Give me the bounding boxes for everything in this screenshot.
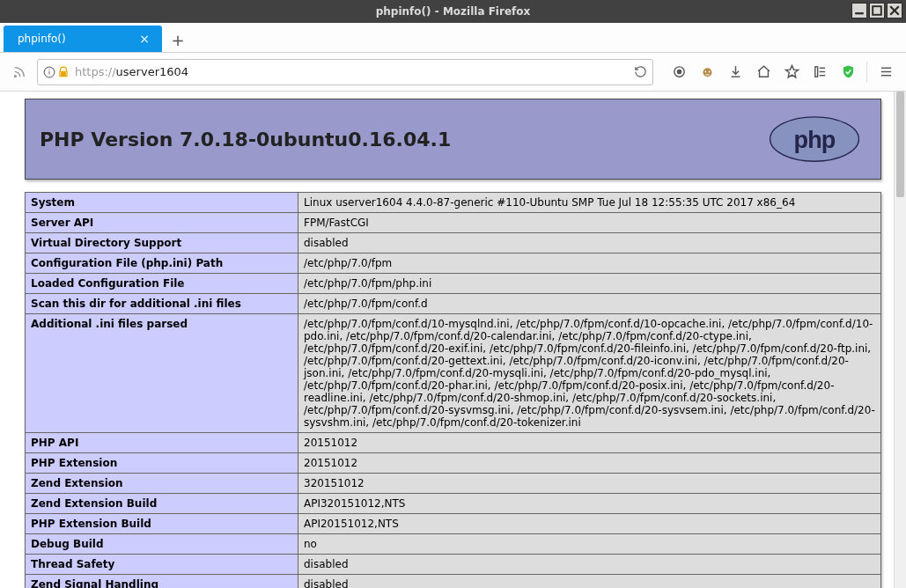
- reload-button[interactable]: [634, 65, 647, 78]
- downloads-icon[interactable]: [722, 59, 748, 85]
- svg-rect-6: [48, 70, 49, 74]
- table-row: Virtual Directory Supportdisabled: [26, 233, 881, 254]
- row-value: FPM/FastCGI: [298, 213, 881, 233]
- svg-rect-7: [48, 69, 49, 70]
- row-key: Zend Extension Build: [26, 494, 298, 514]
- row-key: Configuration File (php.ini) Path: [26, 254, 298, 274]
- content-viewport: PHP Version 7.0.18-0ubuntu0.16.04.1 php …: [0, 92, 906, 588]
- table-row: Debug Buildno: [26, 534, 881, 555]
- row-value: /etc/php/7.0/fpm: [298, 254, 881, 274]
- window-titlebar: phpinfo() - Mozilla Firefox: [0, 0, 906, 23]
- svg-point-4: [14, 75, 16, 77]
- row-key: PHP API: [26, 433, 298, 453]
- php-version-heading: PHP Version 7.0.18-0ubuntu0.16.04.1: [40, 129, 451, 151]
- table-row: Server APIFPM/FastCGI: [26, 213, 881, 233]
- bookmarks-list-icon[interactable]: [807, 59, 833, 85]
- row-key: Debug Build: [26, 534, 298, 555]
- row-key: PHP Extension Build: [26, 514, 298, 534]
- row-value: 20151012: [298, 453, 881, 474]
- svg-point-10: [677, 70, 681, 73]
- row-value: API320151012,NTS: [298, 494, 881, 514]
- greasemonkey-icon[interactable]: [694, 59, 720, 85]
- table-row: Loaded Configuration File/etc/php/7.0/fp…: [26, 274, 881, 294]
- hamburger-menu-icon[interactable]: [873, 59, 899, 85]
- svg-rect-8: [61, 70, 66, 75]
- home-icon[interactable]: [750, 59, 777, 85]
- svg-point-13: [708, 71, 710, 73]
- browser-tab[interactable]: phpinfo() ×: [4, 26, 162, 52]
- minimize-button[interactable]: [851, 3, 867, 18]
- ublock-shield-icon[interactable]: [835, 59, 861, 85]
- table-row: Zend Extension BuildAPI320151012,NTS: [26, 494, 881, 514]
- navigation-toolbar: https://userver1604: [0, 53, 906, 92]
- target-icon[interactable]: [666, 59, 692, 85]
- php-logo-icon: php: [766, 115, 863, 163]
- bookmark-star-icon[interactable]: [778, 59, 805, 85]
- table-row: Zend Signal Handlingdisabled: [26, 575, 881, 589]
- table-row: PHP API20151012: [26, 433, 881, 453]
- table-row: Zend Extension320151012: [26, 474, 881, 494]
- svg-rect-14: [705, 74, 709, 75]
- row-key: Thread Safety: [26, 555, 298, 575]
- vertical-scrollbar[interactable]: [894, 92, 906, 588]
- row-value: disabled: [298, 233, 881, 254]
- tab-close-icon[interactable]: ×: [136, 32, 153, 46]
- toolbar-separator: [866, 62, 867, 83]
- row-key: Additional .ini files parsed: [26, 314, 298, 433]
- page-content: PHP Version 7.0.18-0ubuntu0.16.04.1 php …: [0, 92, 894, 588]
- row-value: /etc/php/7.0/fpm/conf.d/10-mysqlnd.ini, …: [298, 314, 881, 433]
- close-button[interactable]: [887, 3, 902, 18]
- window-title: phpinfo() - Mozilla Firefox: [376, 5, 531, 18]
- svg-rect-15: [814, 67, 817, 77]
- row-key: PHP Extension: [26, 453, 298, 474]
- svg-point-11: [703, 68, 711, 77]
- url-bar[interactable]: https://userver1604: [37, 59, 653, 85]
- row-key: System: [26, 193, 298, 213]
- phpinfo-header: PHP Version 7.0.18-0ubuntu0.16.04.1 php: [25, 99, 881, 180]
- url-scheme: https://: [75, 65, 116, 78]
- maximize-button[interactable]: [869, 3, 885, 18]
- svg-point-12: [704, 71, 706, 73]
- svg-text:php: php: [794, 127, 836, 153]
- scroll-thumb[interactable]: [896, 92, 904, 197]
- table-row: PHP Extension20151012: [26, 453, 881, 474]
- row-value: /etc/php/7.0/fpm/php.ini: [298, 274, 881, 294]
- tab-label: phpinfo(): [18, 33, 136, 45]
- row-key: Scan this dir for additional .ini files: [26, 294, 298, 314]
- row-value: disabled: [298, 555, 881, 575]
- phpinfo-table: SystemLinux userver1604 4.4.0-87-generic…: [25, 192, 881, 588]
- row-value: 20151012: [298, 433, 881, 453]
- new-tab-button[interactable]: +: [166, 27, 190, 52]
- table-row: Scan this dir for additional .ini files/…: [26, 294, 881, 314]
- feed-icon[interactable]: [7, 60, 32, 85]
- window-controls: [850, 3, 902, 18]
- svg-rect-1: [873, 6, 881, 15]
- table-row: Configuration File (php.ini) Path/etc/ph…: [26, 254, 881, 274]
- url-text: https://userver1604: [75, 65, 629, 78]
- table-row: Additional .ini files parsed/etc/php/7.0…: [26, 314, 881, 433]
- row-value: /etc/php/7.0/fpm/conf.d: [298, 294, 881, 314]
- row-value: 320151012: [298, 474, 881, 494]
- tab-strip: phpinfo() × +: [0, 23, 906, 53]
- row-value: API20151012,NTS: [298, 514, 881, 534]
- row-value: disabled: [298, 575, 881, 589]
- row-value: Linux userver1604 4.4.0-87-generic #110-…: [298, 193, 881, 213]
- lock-icon: [57, 66, 70, 78]
- security-indicator[interactable]: [43, 66, 70, 78]
- row-value: no: [298, 534, 881, 555]
- url-host: userver1604: [116, 65, 188, 78]
- row-key: Server API: [26, 213, 298, 233]
- row-key: Zend Extension: [26, 474, 298, 494]
- row-key: Zend Signal Handling: [26, 575, 298, 589]
- table-row: Thread Safetydisabled: [26, 555, 881, 575]
- table-row: SystemLinux userver1604 4.4.0-87-generic…: [26, 193, 881, 213]
- row-key: Loaded Configuration File: [26, 274, 298, 294]
- toolbar-icons: [666, 59, 899, 85]
- row-key: Virtual Directory Support: [26, 233, 298, 254]
- table-row: PHP Extension BuildAPI20151012,NTS: [26, 514, 881, 534]
